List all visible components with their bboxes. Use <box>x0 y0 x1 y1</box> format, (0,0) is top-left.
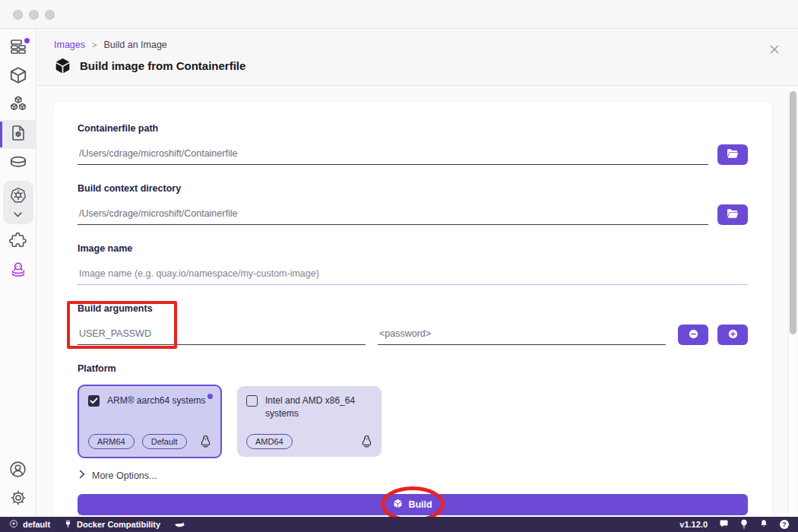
browse-context-button[interactable] <box>717 204 748 225</box>
image-name-label: Image name <box>78 243 748 254</box>
version-label: v1.12.0 <box>679 520 708 529</box>
pods-icon <box>8 94 28 117</box>
sidebar-item-images[interactable] <box>0 120 36 149</box>
arm64-checkbox-checked[interactable] <box>88 395 100 407</box>
build-button[interactable]: Build <box>78 494 748 515</box>
containerfile-path-label: Containerfile path <box>78 123 748 134</box>
feedback-item[interactable] <box>719 519 729 530</box>
field-image-name: Image name <box>78 243 748 285</box>
arch-badge-arm64: ARM64 <box>88 434 135 449</box>
status-bar: default Docker Compatibility v1.12.0 <box>0 517 798 532</box>
page-header: Images > Build an Image Build image from… <box>37 30 798 86</box>
content-area: Containerfile path Build context directo… <box>37 87 798 517</box>
build-form-card: Containerfile path Build context directo… <box>52 101 773 517</box>
default-badge: Default <box>142 434 187 449</box>
breadcrumb-images-link[interactable]: Images <box>54 40 85 50</box>
image-name-input[interactable] <box>78 265 748 285</box>
kube-context-item[interactable]: default <box>9 519 50 530</box>
build-context-input[interactable] <box>78 205 708 225</box>
build-arg-value-input[interactable] <box>378 325 666 345</box>
image-file-icon <box>9 124 27 145</box>
sidebar-item-account[interactable] <box>0 456 36 485</box>
chevron-right-icon <box>79 470 85 481</box>
puzzle-icon <box>8 231 27 253</box>
notifications-item[interactable] <box>759 519 768 530</box>
sidebar <box>0 30 36 517</box>
zoom-window-button[interactable] <box>45 10 55 20</box>
window-titlebar <box>0 0 798 29</box>
scrollbar-thumb[interactable] <box>790 91 796 334</box>
container-cube-icon <box>8 65 28 88</box>
add-build-arg-button[interactable] <box>717 325 748 345</box>
sidebar-item-extensions[interactable] <box>0 227 36 256</box>
lightbulb-icon <box>740 519 748 530</box>
speech-bubble-icon <box>719 519 729 530</box>
tips-item[interactable] <box>740 519 748 530</box>
sidebar-item-volumes[interactable] <box>0 149 36 178</box>
default-indicator-dot <box>207 394 213 399</box>
kubernetes-icon <box>9 186 27 207</box>
folder-open-icon <box>727 148 739 161</box>
breadcrumb-current: Build an Image <box>103 40 166 50</box>
platform-card-arm64[interactable]: ARM® aarch64 systems ARM64 Default <box>78 385 222 458</box>
containerfile-path-input[interactable] <box>78 145 708 165</box>
volumes-cylinder-icon <box>8 152 28 175</box>
sidebar-item-dashboard[interactable] <box>0 33 36 62</box>
close-page-icon[interactable] <box>769 44 780 55</box>
field-containerfile-path: Containerfile path <box>78 123 748 165</box>
notification-dot <box>24 38 30 43</box>
build-context-label: Build context directory <box>78 183 748 194</box>
platform-label: Platform <box>78 363 748 374</box>
ai-lab-icon <box>9 260 27 281</box>
plus-circle-icon <box>727 328 739 343</box>
remove-build-arg-button[interactable] <box>678 325 708 345</box>
gear-icon <box>9 489 27 510</box>
help-item[interactable]: ? <box>780 520 789 529</box>
question-circle-icon: ? <box>780 520 789 529</box>
build-cube-icon <box>393 499 403 511</box>
docker-compatibility-label: Docker Compatibility <box>77 520 160 529</box>
build-button-label: Build <box>408 499 432 510</box>
docker-whale-item[interactable] <box>174 520 185 530</box>
bell-icon <box>759 519 768 530</box>
close-window-button[interactable] <box>13 10 23 20</box>
plug-icon <box>64 519 72 530</box>
field-build-arguments: Build arguments <box>78 303 748 345</box>
amd64-checkbox-unchecked[interactable] <box>246 395 258 407</box>
more-options-label: More Options... <box>92 470 157 481</box>
scrollbar-track[interactable] <box>788 90 796 517</box>
linux-tux-icon <box>361 435 372 448</box>
whale-icon <box>174 520 185 530</box>
kubernetes-context-icon <box>9 519 18 530</box>
chevron-down-icon <box>13 207 23 221</box>
more-options-toggle[interactable]: More Options... <box>79 470 748 481</box>
traffic-lights <box>13 10 55 20</box>
field-build-context: Build context directory <box>78 183 748 225</box>
minimize-window-button[interactable] <box>29 10 39 20</box>
breadcrumb-separator: > <box>92 40 97 49</box>
field-platform: Platform ARM® aarch64 systems ARM64 Defa… <box>78 363 748 458</box>
browse-containerfile-button[interactable] <box>717 144 748 165</box>
platform-card-amd64[interactable]: Intel and AMD x86_64 systems AMD64 <box>237 386 382 457</box>
account-icon <box>8 460 27 482</box>
breadcrumb: Images > Build an Image <box>54 40 167 50</box>
folder-open-icon <box>727 208 739 221</box>
arch-badge-amd64: AMD64 <box>246 434 293 449</box>
sidebar-item-settings[interactable] <box>0 485 36 514</box>
kube-context-label: default <box>23 520 50 529</box>
build-cube-icon <box>54 57 71 74</box>
page-title: Build image from Containerfile <box>80 59 245 72</box>
build-arguments-label: Build arguments <box>78 303 748 314</box>
docker-compatibility-item[interactable]: Docker Compatibility <box>64 519 160 530</box>
sidebar-item-containers[interactable] <box>0 62 36 91</box>
sidebar-item-ai-lab[interactable] <box>0 256 36 285</box>
sidebar-item-pods[interactable] <box>0 91 36 120</box>
linux-tux-icon <box>200 435 211 448</box>
build-arg-key-input[interactable] <box>78 325 366 345</box>
sidebar-group-kubernetes[interactable] <box>3 181 33 224</box>
platform-amd64-label: Intel and AMD x86_64 systems <box>265 394 372 421</box>
minus-circle-icon <box>687 328 700 343</box>
platform-arm64-label: ARM® aarch64 systems <box>107 394 206 407</box>
